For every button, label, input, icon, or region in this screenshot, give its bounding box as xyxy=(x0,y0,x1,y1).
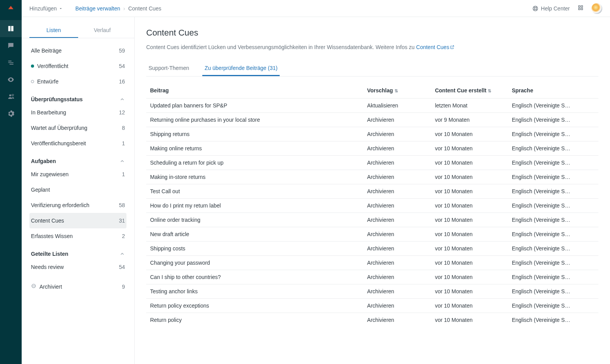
add-dropdown[interactable]: Hinzufügen xyxy=(29,5,63,12)
rail-users-icon[interactable] xyxy=(0,88,22,105)
table-row[interactable]: Returning online purchases in your local… xyxy=(146,113,598,127)
cell-beitrag: New draft article xyxy=(146,227,363,242)
rail-settings-icon[interactable] xyxy=(0,105,22,122)
sidebar-item-needs-review[interactable]: Needs review 54 xyxy=(29,259,126,275)
sidebar-item-count: 1 xyxy=(122,140,125,146)
table-row[interactable]: Updated plan banners for SP&PAktualisier… xyxy=(146,99,598,113)
help-center-link[interactable]: Help Center xyxy=(532,5,570,12)
user-avatar[interactable] xyxy=(591,3,602,14)
sidebar-item-awaiting-review[interactable]: Wartet auf Überprüfung 8 xyxy=(29,120,126,136)
svg-line-6 xyxy=(536,9,537,10)
cell-vorschlag: Archivieren xyxy=(363,113,431,127)
sidebar-tab-verlauf[interactable]: Verlauf xyxy=(78,23,127,38)
col-sprache[interactable]: Sprache xyxy=(508,83,598,99)
svg-line-5 xyxy=(534,7,535,8)
svg-rect-9 xyxy=(579,6,580,7)
col-beitrag[interactable]: Beitrag xyxy=(146,83,363,99)
rail-arrange-icon[interactable] xyxy=(0,54,22,71)
tab-support-themes[interactable]: Support-Themen xyxy=(146,61,191,76)
table-row[interactable]: Changing your passwordArchivierenvor 10 … xyxy=(146,256,598,270)
sidebar-item-label: Mir zugewiesen xyxy=(31,171,68,177)
cell-sprache: Englisch (Vereinigte S… xyxy=(508,156,598,170)
cell-vorschlag: Archivieren xyxy=(363,284,431,299)
sidebar-item-scheduled[interactable]: Geplant xyxy=(29,182,126,197)
cell-beitrag: Shipping costs xyxy=(146,242,363,256)
sidebar-header-label: Aufgaben xyxy=(31,158,56,164)
svg-line-8 xyxy=(534,9,535,10)
sidebar-item-captured-knowledge[interactable]: Erfasstes Wissen 2 xyxy=(29,228,126,244)
sidebar-item-assigned-to-me[interactable]: Mir zugewiesen 1 xyxy=(29,167,126,182)
content-cues-link[interactable]: Content Cues xyxy=(416,44,455,50)
sidebar-item-published[interactable]: Veröffentlicht 54 xyxy=(29,58,126,74)
col-erstellt[interactable]: Content Cue erstellt⇅ xyxy=(431,83,508,99)
col-vorschlag[interactable]: Vorschlag⇅ xyxy=(363,83,431,99)
tab-review-posts[interactable]: Zu überprüfende Beiträge (31) xyxy=(202,61,280,76)
table-row[interactable]: Can I ship to other countries?Archiviere… xyxy=(146,270,598,284)
sidebar-item-publish-ready[interactable]: Veröffentlichungsbereit 1 xyxy=(29,136,126,151)
sidebar-item-in-progress[interactable]: In Bearbeitung 12 xyxy=(29,105,126,120)
table-row[interactable]: Testing anchor linksArchivierenvor 10 Mo… xyxy=(146,284,598,299)
table-row[interactable]: Return policyArchivierenvor 10 MonatenEn… xyxy=(146,313,598,327)
sidebar-item-label: Alle Beiträge xyxy=(31,48,62,54)
sidebar-item-drafts[interactable]: Entwürfe 16 xyxy=(29,74,126,89)
cell-beitrag: Scheduling a return for pick up xyxy=(146,156,363,170)
sidebar-item-archived[interactable]: Archiviert 9 xyxy=(29,279,126,294)
table-row[interactable]: Shipping returnsArchivierenvor 10 Monate… xyxy=(146,127,598,141)
sidebar-item-label: Entwürfe xyxy=(37,78,58,85)
main-content: Content Cues Content Cues identifiziert … xyxy=(135,17,610,364)
cell-beitrag: Test Call out xyxy=(146,184,363,199)
cell-sprache: Englisch (Vereinigte S… xyxy=(508,141,598,156)
table-row[interactable]: Online order trackingArchivierenvor 10 M… xyxy=(146,213,598,227)
sidebar-header-shared[interactable]: Geteilte Listen xyxy=(29,244,126,259)
rail-view-icon[interactable] xyxy=(0,71,22,88)
table-row[interactable]: Making in-store returnsArchivierenvor 10… xyxy=(146,170,598,184)
svg-line-7 xyxy=(536,7,537,8)
sidebar-header-label: Geteilte Listen xyxy=(31,251,68,257)
cell-erstellt: vor 9 Monaten xyxy=(431,113,508,127)
sidebar-item-count: 54 xyxy=(119,264,125,270)
breadcrumb-link[interactable]: Beiträge verwalten xyxy=(75,5,120,12)
sidebar-item-label: Wartet auf Überprüfung xyxy=(31,125,87,131)
cell-beitrag: Can I ship to other countries? xyxy=(146,270,363,284)
table-row[interactable]: Return policy exceptionsArchivierenvor 1… xyxy=(146,299,598,313)
apps-grid-icon[interactable] xyxy=(578,5,584,12)
cell-sprache: Englisch (Vereinigte S… xyxy=(508,313,598,327)
cell-erstellt: vor 10 Monaten xyxy=(431,299,508,313)
cell-sprache: Englisch (Vereinigte S… xyxy=(508,299,598,313)
sidebar-item-count: 31 xyxy=(119,218,125,224)
sidebar-tab-listen[interactable]: Listen xyxy=(29,23,78,38)
help-center-icon xyxy=(532,5,538,12)
sidebar-item-count: 12 xyxy=(119,109,125,116)
cell-vorschlag: Archivieren xyxy=(363,170,431,184)
rail-feedback-icon[interactable] xyxy=(0,37,22,54)
cell-vorschlag: Aktualisieren xyxy=(363,99,431,113)
table-row[interactable]: Shipping costsArchivierenvor 10 MonatenE… xyxy=(146,242,598,256)
sidebar-header-tasks[interactable]: Aufgaben xyxy=(29,151,126,167)
sidebar-item-label: Needs review xyxy=(31,264,64,270)
sidebar-header-label: Überprüfungsstatus xyxy=(31,96,83,102)
sidebar-header-review[interactable]: Überprüfungsstatus xyxy=(29,89,126,105)
sidebar-item-verification-required[interactable]: Verifizierung erforderlich 58 xyxy=(29,197,126,213)
cell-erstellt: vor 10 Monaten xyxy=(431,156,508,170)
cell-vorschlag: Archivieren xyxy=(363,156,431,170)
sidebar-item-label: Archiviert xyxy=(39,284,62,290)
table-row[interactable]: Scheduling a return for pick upArchivier… xyxy=(146,156,598,170)
table-row[interactable]: Making online returnsArchivierenvor 10 M… xyxy=(146,141,598,156)
archive-icon xyxy=(31,283,36,290)
cell-vorschlag: Archivieren xyxy=(363,313,431,327)
cell-sprache: Englisch (Vereinigte S… xyxy=(508,270,598,284)
sidebar-item-content-cues[interactable]: Content Cues 31 xyxy=(29,213,126,228)
cell-beitrag: Online order tracking xyxy=(146,213,363,227)
cell-erstellt: vor 10 Monaten xyxy=(431,256,508,270)
cell-vorschlag: Archivieren xyxy=(363,242,431,256)
topbar: Hinzufügen Beiträge verwalten › Content … xyxy=(22,0,610,17)
cell-beitrag: How do I print my return label xyxy=(146,199,363,213)
svg-rect-2 xyxy=(12,94,14,95)
chevron-up-icon xyxy=(120,158,125,164)
sidebar-item-all-posts[interactable]: Alle Beiträge 59 xyxy=(29,43,126,58)
rail-articles-icon[interactable] xyxy=(0,20,22,37)
table-row[interactable]: New draft articleArchivierenvor 10 Monat… xyxy=(146,227,598,242)
table-row[interactable]: Test Call outArchivierenvor 10 MonatenEn… xyxy=(146,184,598,199)
table-row[interactable]: How do I print my return labelArchiviere… xyxy=(146,199,598,213)
brand-logo[interactable] xyxy=(0,0,22,17)
